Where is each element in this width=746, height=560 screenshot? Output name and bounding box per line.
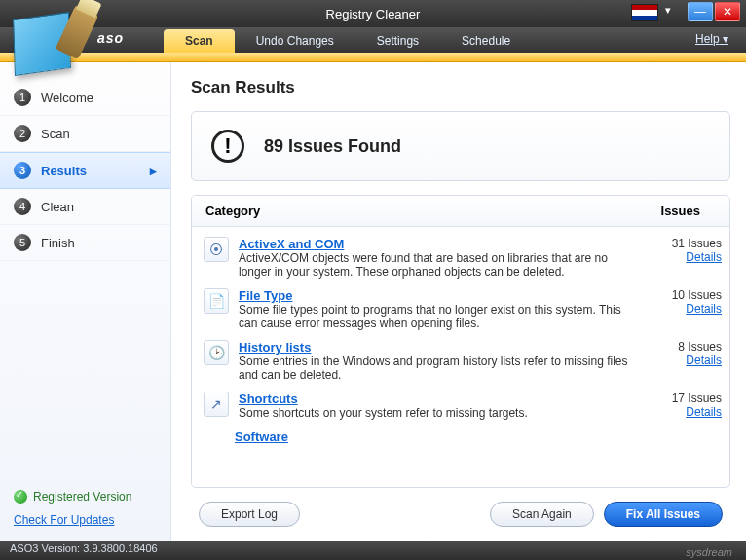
category-desc: ActiveX/COM objects were found that are … [239,251,608,279]
ribbon-bar: aso Scan Undo Changes Settings Schedule … [0,27,746,53]
brand-label: aso [97,30,124,46]
table-header: Category Issues [192,196,729,227]
step-clean[interactable]: 4Clean [0,189,170,225]
category-link-activex[interactable]: ActiveX and COM [239,237,344,251]
step-label: Clean [41,200,74,214]
window-title: Registry Cleaner [326,7,421,21]
status-bar: ASO3 Version: 3.9.3800.18406 sysdream [0,541,746,560]
details-link[interactable]: Details [642,405,722,419]
summary-text: 89 Issues Found [264,136,401,157]
titlebar: Registry Cleaner — ✕ [0,0,746,27]
issue-count: 10 Issues [672,288,722,302]
fix-all-button[interactable]: Fix All Issues [604,502,723,527]
export-log-button[interactable]: Export Log [199,502,300,527]
details-link[interactable]: Details [642,354,722,367]
filetype-icon: 📄 [204,288,229,314]
close-button[interactable]: ✕ [715,2,740,21]
app-logo [8,6,90,78]
language-flag-dropdown[interactable] [631,4,658,21]
step-results[interactable]: 3Results [0,152,170,189]
version-text: ASO3 Version: 3.9.3800.18406 [10,542,158,554]
results-table: Category Issues ⦿ ActiveX and COM Active… [191,195,730,488]
warning-icon: ! [211,130,244,163]
category-link-software[interactable]: Software [235,429,288,444]
summary-box: ! 89 Issues Found [191,111,730,181]
window-controls: — ✕ [688,2,740,21]
category-row: 📄 File Type Some file types point to pro… [200,284,726,336]
category-row: ↗ Shortcuts Some shortcuts on your syste… [200,388,726,426]
footer-buttons: Export Log Scan Again Fix All Issues [191,488,730,541]
step-scan[interactable]: 2Scan [0,116,170,152]
check-icon [14,490,27,504]
scan-again-button[interactable]: Scan Again [490,502,594,527]
registered-status: Registered Version [0,484,170,509]
ribbon-accent-strip [0,53,746,62]
tab-schedule[interactable]: Schedule [440,29,532,53]
category-desc: Some entries in the Windows and program … [239,355,628,382]
category-desc: Some file types point to programs that n… [239,303,621,330]
check-updates-link[interactable]: Check For Updates [14,513,114,527]
details-link[interactable]: Details [642,302,722,316]
category-desc: Some shortcuts on your system refer to m… [239,406,528,420]
tab-settings[interactable]: Settings [355,29,440,53]
wizard-sidebar: 1Welcome 2Scan 3Results 4Clean 5Finish R… [0,62,171,541]
activex-icon: ⦿ [204,237,229,262]
main-panel: Scan Results ! 89 Issues Found Category … [171,62,746,541]
col-issues: Issues [622,204,700,218]
step-label: Welcome [41,91,93,105]
watermark: sysdream [686,546,732,558]
step-welcome[interactable]: 1Welcome [0,80,170,116]
results-scroll[interactable]: ⦿ ActiveX and COM ActiveX/COM objects we… [192,227,729,487]
category-link-filetype[interactable]: File Type [239,288,292,303]
minimize-button[interactable]: — [688,2,713,21]
issue-count: 8 Issues [678,340,722,354]
col-category: Category [205,204,622,218]
category-row: ⦿ ActiveX and COM ActiveX/COM objects we… [200,233,726,284]
step-label: Scan [41,127,70,141]
category-link-shortcuts[interactable]: Shortcuts [239,392,298,406]
page-title: Scan Results [191,78,730,97]
step-finish[interactable]: 5Finish [0,225,170,261]
step-label: Finish [41,236,75,250]
tab-scan[interactable]: Scan [164,29,235,53]
category-link-history[interactable]: History lists [239,340,311,355]
issue-count: 17 Issues [672,392,722,405]
tab-undo-changes[interactable]: Undo Changes [235,29,355,53]
help-link[interactable]: Help ▾ [695,32,728,46]
category-row: 🕑 History lists Some entries in the Wind… [200,336,726,388]
step-label: Results [41,164,87,178]
shortcut-icon: ↗ [204,392,229,417]
issue-count: 31 Issues [672,237,722,250]
details-link[interactable]: Details [642,250,722,264]
history-icon: 🕑 [204,340,229,365]
